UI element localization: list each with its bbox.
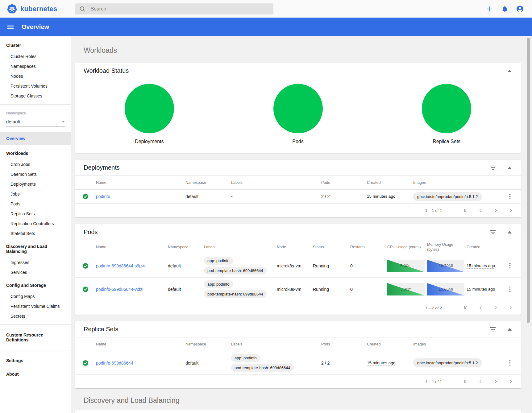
workload-status-chart: Replica Sets [372,80,521,144]
brand-title: kubernetes [20,5,57,13]
resource-name-link[interactable]: podinfo-699d86644 [96,361,185,366]
sidebar-item-cluster-roles[interactable]: Cluster Roles [0,52,71,61]
collapse-card-icon[interactable] [508,70,512,72]
sidebar-item-persistent-volumes[interactable]: Persistent Volumes [0,81,71,91]
first-page-icon[interactable] [463,305,469,311]
sidebar-group-workloads: Workloads [0,147,71,159]
sidebar-item-cron-jobs[interactable]: Cron Jobs [0,159,71,169]
filter-icon[interactable] [490,166,496,170]
collapse-card-icon[interactable] [508,328,512,331]
column-header: Namespace [185,342,231,347]
label-chip: pod-template-hash: 699d86644 [204,290,267,298]
collapse-card-icon[interactable] [508,231,512,233]
workload-status-chart: Deployments [75,80,224,144]
first-page-icon[interactable] [463,378,469,385]
workload-status-card: Workload Status DeploymentsPodsReplica S… [75,63,521,153]
chart-label: Pods [292,139,303,144]
last-page-icon[interactable] [507,208,513,214]
pods-card: Pods NameNamespaceLabelsNodeStatusRestar… [75,224,521,315]
account-avatar-icon[interactable] [516,5,524,13]
previous-page-icon[interactable] [478,305,484,311]
sidebar-item-persistent-volume-claims[interactable]: Persistent Volume Claims [0,301,71,311]
table-row: podinfodefault-2 / 215 minutes agoghcr.i… [75,190,521,204]
cell-text: Running [313,263,350,268]
resource-name-link[interactable]: podinfo-699d86644-vxfzl [96,287,168,292]
hamburger-menu-icon[interactable] [7,25,14,29]
first-page-icon[interactable] [463,208,469,214]
table-pagination: 1 – 1 of 1 [75,204,521,217]
search-icon [79,6,85,12]
sidebar-item-settings[interactable]: Settings [0,354,71,367]
create-resource-button[interactable] [486,5,494,13]
memory-usage-sparkline: 15.66Mi [427,283,464,295]
next-page-icon[interactable] [493,305,499,311]
column-header: Name [96,245,168,250]
kubernetes-brand[interactable]: kubernetes [7,4,57,14]
pagination-range: 1 – 1 of 1 [425,379,442,384]
sidebar-item-about[interactable]: About [0,367,71,381]
global-search[interactable] [75,3,273,14]
sidebar-item-replication-controllers[interactable]: Replication Controllers [0,219,71,229]
column-header: Pods [321,342,367,347]
last-page-icon[interactable] [507,305,513,311]
chart-label: Replica Sets [433,139,460,144]
vertical-scrollbar[interactable] [527,38,530,323]
sidebar-item-pods[interactable]: Pods [0,199,71,209]
cell-text: default [185,194,231,199]
table-row: podinfo-699d86644-vxfzldefaultapp: podin… [75,278,521,301]
resource-name-link[interactable]: podinfo [96,194,185,199]
column-header: Labels [204,245,277,250]
sidebar-item-ingresses[interactable]: Ingresses [0,258,71,267]
sidebar-item-namespaces[interactable]: Namespaces [0,61,71,71]
sidebar-item-secrets[interactable]: Secrets [0,311,71,321]
sidebar-nav: ClusterCluster RolesNamespacesNodesPersi… [0,36,71,413]
last-page-icon[interactable] [507,378,513,385]
donut-chart-running [125,84,174,133]
search-input[interactable] [90,6,269,12]
next-page-icon[interactable] [493,378,499,385]
sidebar-item-jobs[interactable]: Jobs [0,189,71,199]
column-header: Images [413,342,504,347]
column-header: CPU Usage (cores) [387,245,427,250]
image-chip: ghcr.io/stefanprodan/podinfo:5.1.2 [413,358,482,367]
sidebar-item-daemon-sets[interactable]: Daemon Sets [0,169,71,179]
resource-name-link[interactable]: podinfo-699d86644-s9jz4 [96,263,168,268]
column-header: Restarts [350,245,387,250]
cpu-usage-sparkline: 5.00m [387,283,425,295]
namespace-select[interactable]: default [6,117,65,127]
row-actions-menu-icon[interactable] [508,262,512,270]
sidebar-item-deployments[interactable]: Deployments [0,179,71,189]
previous-page-icon[interactable] [478,378,484,385]
pagination-range: 1 – 2 of 2 [425,306,442,310]
row-actions-menu-icon[interactable] [508,192,512,201]
sidebar-item-storage-classes[interactable]: Storage Classes [0,91,71,101]
column-header: Namespace [185,180,231,185]
next-page-icon[interactable] [493,208,499,214]
row-actions-menu-icon[interactable] [508,285,512,293]
sidebar-item-overview[interactable]: Overview [0,132,71,145]
sidebar-group-config-and-storage: Config and Storage [0,279,71,291]
table-header-row: NameNamespaceLabelsPodsCreatedImages [75,337,521,351]
sidebar-item-replica-sets[interactable]: Replica Sets [0,209,71,219]
cell-text: Running [313,287,350,292]
filter-icon[interactable] [490,327,496,332]
status-ok-icon [82,193,96,200]
replica-sets-title: Replica Sets [84,326,478,333]
label-chip: pod-template-hash: 699d86644 [204,267,267,275]
row-actions-menu-icon[interactable] [508,359,512,367]
namespace-select-value: default [6,119,20,124]
sidebar-item-stateful-sets[interactable]: Stateful Sets [0,229,71,238]
column-header: Images [413,180,504,185]
notifications-bell-icon[interactable] [501,5,509,13]
filter-icon[interactable] [490,230,496,234]
deployments-title: Deployments [84,164,478,171]
collapse-card-icon[interactable] [508,167,512,169]
previous-page-icon[interactable] [478,208,484,214]
sidebar-item-config-maps[interactable]: Config Maps [0,291,71,301]
workload-status-title: Workload Status [84,67,496,74]
sidebar-item-nodes[interactable]: Nodes [0,71,71,81]
sidebar-item-services[interactable]: Services [0,267,71,277]
column-header: Namespace [168,245,204,250]
sidebar-item-custom-resource-definitions[interactable]: Custom Resource Definitions [0,328,71,347]
donut-chart-running [273,84,323,133]
